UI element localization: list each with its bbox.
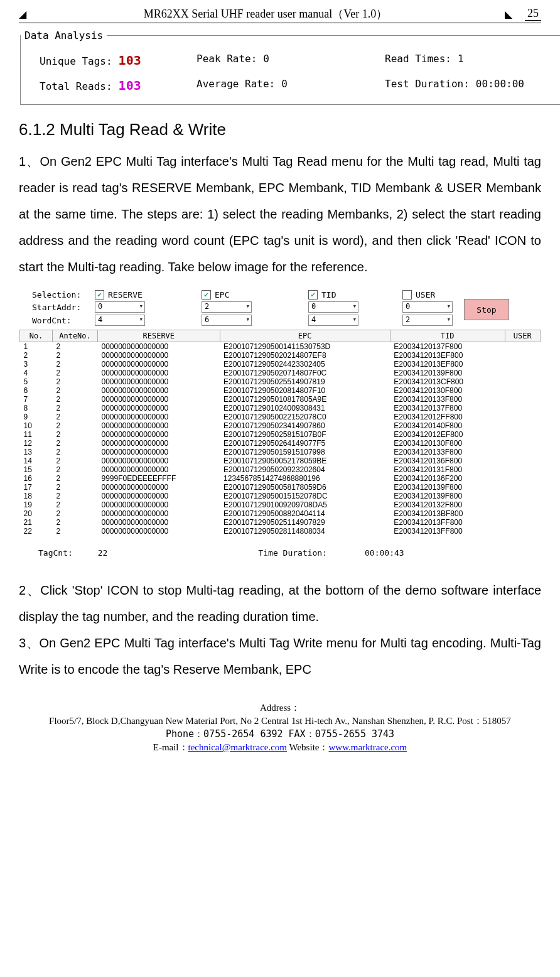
- table-cell: 2: [53, 351, 98, 360]
- table-row: 920000000000000000E200107129050022152078…: [20, 413, 541, 421]
- footer-email-link[interactable]: technical@marktrace.com: [188, 742, 287, 752]
- table-cell: E200107129050058178059D6: [220, 483, 390, 492]
- table-cell: E20010712905010817805A9E: [220, 395, 390, 404]
- table-cell: E20034120133F800: [390, 448, 505, 456]
- table-cell: 22: [20, 527, 53, 536]
- table-cell: 2: [20, 351, 53, 360]
- table-cell: E20034120133F800: [390, 395, 505, 404]
- stop-button[interactable]: Stop: [464, 299, 509, 320]
- avg-rate-value: 0: [281, 78, 288, 90]
- table-cell: 2: [53, 439, 98, 448]
- table-cell: 5: [20, 377, 53, 386]
- table-cell: 17: [20, 483, 53, 492]
- table-cell: 2: [53, 395, 98, 404]
- table-cell: E2003412013FF800: [390, 527, 505, 536]
- table-cell: E20010712905020214807EF8: [220, 351, 390, 360]
- table-cell: [505, 500, 540, 509]
- epc-cnt-combo[interactable]: 6: [202, 315, 252, 326]
- table-cell: 0000000000000000: [98, 448, 220, 456]
- table-cell: 2: [53, 527, 98, 536]
- epc-checkbox[interactable]: ✔: [202, 290, 211, 300]
- table-cell: E20010712905023414907860: [220, 421, 390, 430]
- table-cell: 14: [20, 456, 53, 465]
- table-cell: 0000000000000000: [98, 492, 220, 500]
- total-reads-label: Total Reads:: [40, 80, 112, 92]
- time-dur-label: Time Duration:: [258, 548, 327, 558]
- table-cell: 2: [53, 509, 98, 518]
- test-dur-value: 00:00:00: [476, 78, 524, 90]
- table-cell: 8: [20, 404, 53, 413]
- user-col-label: USER: [416, 290, 435, 300]
- table-row: 2020000000000000000E20010712905008820404…: [20, 509, 541, 518]
- table-cell: 9: [20, 413, 53, 421]
- table-cell: [505, 465, 540, 474]
- table-cell: 2: [53, 448, 98, 456]
- footer-addr: Floor5/7, Block D,Changyuan New Material…: [19, 715, 541, 728]
- user-cnt-combo[interactable]: 2: [402, 315, 453, 326]
- table-cell: E20010712905020923202604: [220, 465, 390, 474]
- table-cell: 0000000000000000: [98, 404, 220, 413]
- table-cell: [505, 377, 540, 386]
- table-row: 2220000000000000000E20010712905028114808…: [20, 527, 541, 536]
- table-cell: 2: [53, 483, 98, 492]
- th-tid: TID: [390, 330, 505, 342]
- table-row: 720000000000000000E20010712905010817805A…: [20, 395, 541, 404]
- table-row: 1220000000000000000E20010712905026414907…: [20, 439, 541, 448]
- table-cell: [505, 439, 540, 448]
- table-cell: E20010712905028114808034: [220, 527, 390, 536]
- table-cell: E20034120132F800: [390, 500, 505, 509]
- table-cell: 0000000000000000: [98, 456, 220, 465]
- page-header: ◢ MR62XX Serial UHF reader user manual（V…: [19, 6, 541, 23]
- table-cell: 0000000000000000: [98, 395, 220, 404]
- table-cell: 0000000000000000: [98, 360, 220, 369]
- table-cell: [505, 413, 540, 421]
- table-cell: E2003412013EF800: [390, 351, 505, 360]
- tid-checkbox[interactable]: ✔: [308, 290, 318, 300]
- table-cell: 3: [20, 360, 53, 369]
- reserve-cnt-combo[interactable]: 4: [95, 315, 145, 326]
- table-cell: 9999F0EDEEEEFFFF: [98, 474, 220, 483]
- epc-start-combo[interactable]: 2: [202, 301, 252, 313]
- table-cell: 0000000000000000: [98, 342, 220, 352]
- tid-start-combo[interactable]: 0: [308, 301, 358, 313]
- th-epc: EPC: [220, 330, 390, 342]
- read-times-label: Read Times:: [385, 53, 451, 65]
- table-cell: [505, 448, 540, 456]
- table-cell: 20: [20, 509, 53, 518]
- page-number: 25: [525, 7, 541, 21]
- data-analysis-legend: Data Analysis: [21, 30, 107, 41]
- header-tri-left: ◢: [19, 8, 26, 20]
- user-checkbox[interactable]: [402, 290, 412, 300]
- table-cell: E200107129050052178059BE: [220, 456, 390, 465]
- table-cell: E200107129050022152078C0: [220, 413, 390, 421]
- table-cell: 2: [53, 421, 98, 430]
- footer-web-link[interactable]: www.marktrace.com: [328, 742, 407, 752]
- tid-cnt-combo[interactable]: 4: [308, 315, 358, 326]
- avg-rate-label: Average Rate:: [197, 78, 275, 90]
- table-cell: 7: [20, 395, 53, 404]
- table-cell: 10: [20, 421, 53, 430]
- table-cell: 2: [53, 500, 98, 509]
- table-cell: 0000000000000000: [98, 483, 220, 492]
- user-start-combo[interactable]: 0: [402, 301, 453, 313]
- th-no: No.: [20, 330, 53, 342]
- table-cell: E20034120136F800: [390, 456, 505, 465]
- total-reads-value: 103: [119, 78, 141, 93]
- th-ante: AnteNo.: [53, 330, 98, 342]
- footer-addr-label: Address：: [19, 701, 541, 715]
- table-cell: [505, 395, 540, 404]
- table-cell: 0000000000000000: [98, 465, 220, 474]
- table-cell: 21: [20, 518, 53, 527]
- test-dur-label: Test Duration:: [385, 78, 470, 90]
- table-cell: 2: [53, 369, 98, 377]
- th-reserve: RESERVE: [98, 330, 220, 342]
- table-cell: 0000000000000000: [98, 377, 220, 386]
- table-row: 320000000000000000E200107129050244233024…: [20, 360, 541, 369]
- table-cell: E20010712905001411530753D: [220, 342, 390, 352]
- reserve-checkbox[interactable]: ✔: [95, 290, 104, 300]
- table-cell: 2: [53, 474, 98, 483]
- th-user: USER: [505, 330, 540, 342]
- table-cell: 12: [20, 439, 53, 448]
- reserve-start-combo[interactable]: 0: [95, 301, 145, 313]
- unique-tags-value: 103: [119, 53, 141, 68]
